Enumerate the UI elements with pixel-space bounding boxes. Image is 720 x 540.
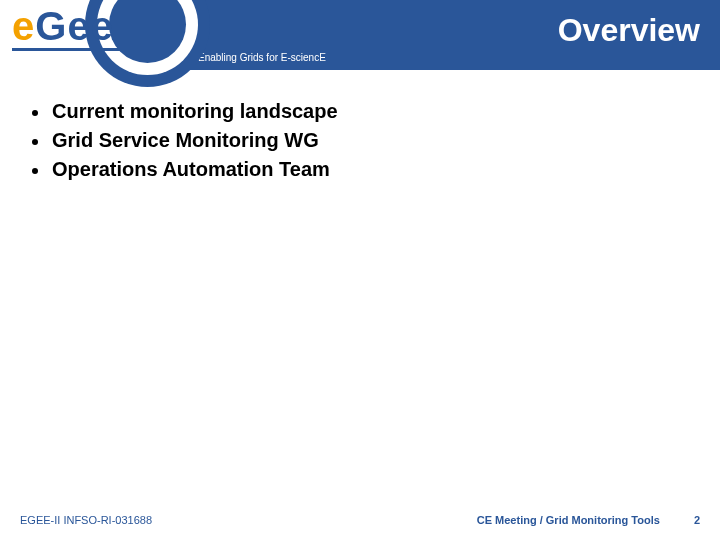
footer: EGEE-II INFSO-RI-031688 CE Meeting / Gri… xyxy=(20,514,700,526)
logo-char-4: e xyxy=(91,4,114,48)
bullet-dot-icon xyxy=(32,139,38,145)
slide: Overview Enabling Grids for E-sciencE eG… xyxy=(0,0,720,540)
bullet-dot-icon xyxy=(32,168,38,174)
tagline: Enabling Grids for E-sciencE xyxy=(198,52,326,63)
logo-char-2: G xyxy=(35,4,67,48)
logo-char-3: e xyxy=(67,4,90,48)
bullet-item: Grid Service Monitoring WG xyxy=(32,129,688,152)
bullet-item: Operations Automation Team xyxy=(32,158,688,181)
bullet-text: Operations Automation Team xyxy=(52,158,330,181)
egee-logo: eGee xyxy=(0,0,195,80)
bullet-text: Current monitoring landscape xyxy=(52,100,338,123)
slide-title: Overview xyxy=(558,12,700,49)
logo-text: eGee xyxy=(12,6,114,46)
bullet-dot-icon xyxy=(32,110,38,116)
footer-center: CE Meeting / Grid Monitoring Tools xyxy=(477,514,660,526)
footer-left: EGEE-II INFSO-RI-031688 xyxy=(20,514,152,526)
slide-body: Current monitoring landscape Grid Servic… xyxy=(32,100,688,187)
logo-char-1: e xyxy=(12,4,35,48)
page-number: 2 xyxy=(694,514,700,526)
bullet-item: Current monitoring landscape xyxy=(32,100,688,123)
bullet-text: Grid Service Monitoring WG xyxy=(52,129,319,152)
logo-underline xyxy=(12,48,130,51)
footer-right: CE Meeting / Grid Monitoring Tools 2 xyxy=(477,514,700,526)
